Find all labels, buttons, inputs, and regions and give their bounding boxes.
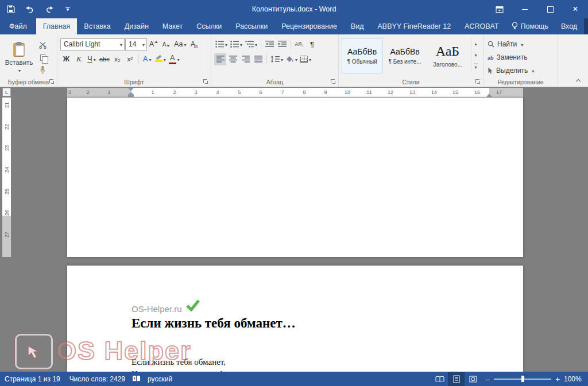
grow-font-button[interactable]: А	[148, 38, 160, 50]
align-left-button[interactable]	[214, 53, 226, 65]
clear-formatting-button[interactable]: А	[188, 38, 200, 50]
style-card-no-spacing[interactable]: АаБбВв ¶ Без инте...	[384, 38, 425, 73]
help-button[interactable]: Помощь	[506, 18, 554, 34]
multilevel-list-button[interactable]	[244, 38, 258, 50]
text-effects-button[interactable]: А	[141, 53, 153, 65]
sign-in-link[interactable]: Вход	[554, 18, 584, 34]
styles-gallery-more-icon[interactable]: ▾	[471, 61, 480, 72]
customize-qat-icon[interactable]	[63, 3, 73, 15]
print-layout-button[interactable]	[448, 372, 465, 386]
zoom-thumb[interactable]	[521, 376, 524, 382]
italic-button[interactable]: К	[73, 53, 85, 65]
tab-file[interactable]: Файл	[0, 18, 36, 34]
justify-button[interactable]	[252, 53, 264, 65]
web-layout-button[interactable]	[465, 372, 481, 386]
left-indent-marker[interactable]	[127, 91, 134, 97]
align-right-button[interactable]	[239, 53, 252, 65]
zoom-percentage[interactable]: 100%	[564, 375, 588, 383]
tab-mailings[interactable]: Рассылки	[229, 18, 274, 34]
language-indicator[interactable]: русский	[143, 372, 177, 386]
increase-indent-button[interactable]	[276, 38, 288, 50]
style-card-normal[interactable]: АаБбВв ¶ Обычный	[342, 38, 382, 73]
save-icon[interactable]	[6, 3, 16, 15]
tab-view[interactable]: Вид	[344, 18, 371, 34]
tab-stop-selector[interactable]: L	[2, 88, 11, 96]
style-card-heading1[interactable]: АаБ Заголово...	[427, 38, 468, 73]
underline-button[interactable]: Ч	[86, 53, 98, 65]
tab-home[interactable]: Главная	[36, 18, 78, 34]
scissors-icon	[39, 42, 47, 49]
close-button[interactable]: ×	[563, 0, 588, 18]
page-1[interactable]	[67, 98, 523, 257]
undo-icon[interactable]	[25, 3, 35, 15]
line-spacing-button[interactable]	[269, 53, 284, 65]
font-size-select[interactable]: 14	[125, 38, 147, 50]
redo-icon[interactable]	[44, 3, 54, 15]
tab-abbyy-finereader[interactable]: ABBYY FineReader 12	[370, 18, 458, 34]
shading-button[interactable]	[285, 53, 299, 65]
find-button[interactable]: Найти	[486, 38, 555, 50]
read-mode-button[interactable]	[431, 372, 448, 386]
ruler-number: 1	[151, 89, 154, 95]
align-left-icon	[216, 56, 225, 63]
borders-button[interactable]	[299, 53, 312, 65]
dropdown-arrow-icon	[280, 55, 283, 63]
tab-review[interactable]: Рецензирование	[274, 18, 344, 34]
styles-scroll-down-icon[interactable]: ▾	[471, 49, 480, 61]
font-color-button[interactable]: А	[168, 53, 181, 65]
collapse-ribbon-icon[interactable]	[576, 78, 581, 83]
vertical-ruler[interactable]: 21 22 23 24 25 26 27	[2, 98, 11, 257]
zoom-in-button[interactable]	[551, 372, 564, 386]
replace-button[interactable]: Заменить	[486, 51, 555, 63]
ruler-number: 22	[4, 123, 10, 131]
format-painter-button[interactable]	[35, 64, 50, 76]
window-controls: ×	[487, 0, 588, 18]
group-label-paragraph: Абзац	[211, 79, 338, 85]
tab-references[interactable]: Ссылки	[189, 18, 229, 34]
ruler-number: 1	[107, 89, 110, 95]
bold-button[interactable]: Ж	[60, 53, 72, 65]
multilevel-list-icon	[245, 41, 254, 48]
proofing-errors-icon[interactable]	[130, 372, 143, 386]
bullet-list-button[interactable]	[214, 38, 229, 50]
styles-dialog-launcher-icon[interactable]	[475, 79, 481, 84]
align-center-button[interactable]	[227, 53, 239, 65]
font-name-select[interactable]: Calibri Light	[60, 38, 125, 50]
styles-scroll-up-icon[interactable]: ▴	[471, 38, 480, 49]
document-area[interactable]: 21 22 23 24 25 26 27 OS-Helper.ru Если ж…	[0, 98, 588, 372]
subscript-button[interactable]: х₂	[111, 53, 123, 65]
ruler-number: 10	[345, 89, 350, 95]
share-button[interactable]: Общий доступ	[584, 18, 588, 34]
right-indent-marker[interactable]	[486, 92, 493, 97]
ribbon-display-options-icon[interactable]	[487, 0, 512, 18]
tab-insert[interactable]: Вставка	[77, 18, 117, 34]
cut-button[interactable]	[35, 39, 50, 51]
copy-button[interactable]	[35, 52, 50, 64]
show-paragraph-marks-button[interactable]: ¶	[306, 38, 318, 50]
font-dialog-launcher-icon[interactable]	[203, 79, 208, 84]
superscript-button[interactable]: х²	[124, 53, 136, 65]
maximize-button[interactable]	[537, 0, 563, 18]
titlebar: Колонтитулы.docx - Word ×	[0, 0, 588, 18]
strikethrough-button[interactable]: abc	[98, 53, 111, 65]
word-count[interactable]: Число слов: 2429	[65, 372, 130, 386]
decrease-indent-button[interactable]	[264, 38, 276, 50]
tab-design[interactable]: Дизайн	[118, 18, 156, 34]
clipboard-dialog-launcher-icon[interactable]	[49, 79, 55, 84]
zoom-slider[interactable]	[494, 372, 551, 386]
sort-button[interactable]: АЯ	[293, 38, 305, 50]
zoom-out-button[interactable]	[481, 372, 494, 386]
tab-acrobat[interactable]: ACROBAT	[458, 18, 506, 34]
shrink-font-button[interactable]: А	[160, 38, 172, 50]
minimize-button[interactable]	[512, 0, 537, 18]
tab-layout[interactable]: Макет	[156, 18, 189, 34]
horizontal-ruler[interactable]: 3 2 1 1 2 3 4 5 6 7 8 9 10 11 12 13 14 1…	[67, 88, 523, 97]
numbered-list-button[interactable]	[229, 38, 243, 50]
highlight-color-button[interactable]	[154, 53, 167, 65]
paragraph-dialog-launcher-icon[interactable]	[331, 79, 336, 84]
paste-button[interactable]: Вставить	[3, 37, 35, 78]
web-layout-icon	[469, 376, 477, 383]
page-indicator[interactable]: Страница 1 из 19	[0, 372, 65, 386]
select-button[interactable]: Выделить	[486, 64, 555, 76]
change-case-button[interactable]: Аа	[173, 38, 187, 50]
